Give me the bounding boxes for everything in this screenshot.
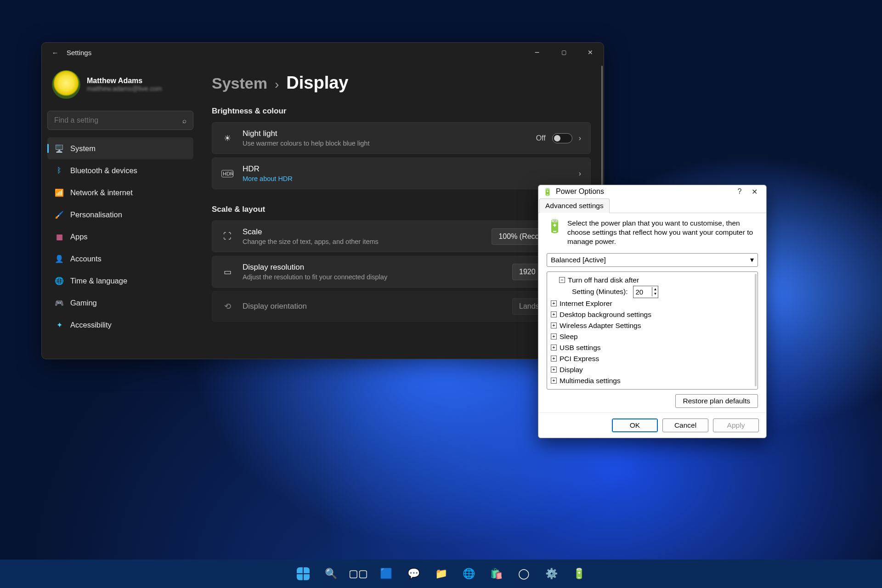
chevron-right-icon: ›: [579, 170, 581, 178]
tree-item[interactable]: +Wireless Adapter Settings: [551, 320, 754, 331]
nav-bluetooth[interactable]: ᛒ Bluetooth & devices: [47, 159, 193, 181]
power-plan-value: Balanced [Active]: [551, 256, 606, 264]
tree-item[interactable]: +USB settings: [551, 342, 754, 353]
tree-scrollbar[interactable]: [755, 274, 757, 386]
taskbar: 🔍 ▢▢ 🟦 💬 📁 🌐 🛍️ ◯ ⚙️ 🔋: [0, 560, 882, 588]
sun-icon: ☀︎: [221, 133, 233, 143]
tree-setting-label: Setting (Minutes):: [572, 286, 628, 297]
tree-label: Multimedia settings: [560, 375, 621, 386]
ok-button[interactable]: OK: [612, 418, 658, 432]
taskbar-chat[interactable]: 💬: [402, 563, 424, 585]
expand-icon[interactable]: +: [551, 356, 557, 362]
tree-item[interactable]: +Sleep: [551, 331, 754, 342]
dialog-intro-text: Select the power plan that you want to c…: [567, 219, 758, 246]
taskbar-cortana[interactable]: ◯: [513, 563, 535, 585]
section-brightness-colour: Brightness & colour: [212, 107, 591, 116]
spinner-value[interactable]: 20: [633, 286, 652, 298]
taskbar-power-app[interactable]: 🔋: [568, 563, 590, 585]
restore-defaults-button[interactable]: Restore plan defaults: [675, 394, 758, 408]
settings-sidebar: Matthew Adams matthew.adams@live.com ⌕ 🖥…: [42, 62, 199, 359]
search-input[interactable]: [54, 116, 182, 124]
tree-item[interactable]: +PCI Express: [551, 353, 754, 364]
nav-label: Accounts: [70, 254, 102, 263]
tree-label: Display: [560, 364, 583, 375]
minimize-button[interactable]: [524, 43, 550, 62]
breadcrumb-parent[interactable]: System: [212, 74, 267, 92]
expand-icon[interactable]: +: [551, 367, 557, 373]
section-scale-layout: Scale & layout: [212, 205, 591, 214]
tree-label: Turn off hard disk after: [568, 275, 639, 286]
maximize-button[interactable]: [550, 43, 577, 62]
taskbar-settings[interactable]: ⚙️: [540, 563, 562, 585]
help-button[interactable]: ?: [732, 187, 747, 196]
power-settings-tree[interactable]: − Turn off hard disk after Setting (Minu…: [547, 271, 758, 390]
taskbar-start[interactable]: [292, 563, 314, 585]
card-subtitle: Use warmer colours to help block blue li…: [243, 140, 527, 147]
back-button[interactable]: ←: [48, 49, 62, 57]
nav-label: Gaming: [70, 299, 97, 307]
nav-gaming[interactable]: 🎮 Gaming: [47, 292, 193, 314]
cancel-button[interactable]: Cancel: [662, 418, 708, 432]
nav-time-language[interactable]: 🌐 Time & language: [47, 270, 193, 292]
taskbar-search[interactable]: 🔍: [320, 563, 342, 585]
tree-label: Internet Explorer: [560, 298, 612, 309]
spinner-down-icon[interactable]: ▼: [652, 292, 658, 296]
dialog-titlebar: 🔋 Power Options ? ✕: [538, 185, 766, 198]
tree-item[interactable]: +Multimedia settings: [551, 375, 754, 386]
nav-accounts[interactable]: 👤 Accounts: [47, 248, 193, 270]
nav-accessibility[interactable]: ✦ Accessibility: [47, 314, 193, 336]
taskbar-widgets[interactable]: 🟦: [375, 563, 397, 585]
tree-item[interactable]: +Desktop background settings: [551, 309, 754, 320]
night-light-toggle[interactable]: [552, 133, 572, 143]
brush-icon: 🖌️: [55, 210, 64, 219]
dialog-title: Power Options: [556, 187, 732, 196]
card-scale[interactable]: ⛶ Scale Change the size of text, apps, a…: [212, 220, 591, 252]
search-box[interactable]: ⌕: [47, 111, 193, 130]
nav-apps[interactable]: ▦ Apps: [47, 226, 193, 248]
content-scrollbar[interactable]: [601, 66, 603, 185]
display-icon: 🖥️: [55, 144, 64, 153]
expand-icon[interactable]: +: [551, 322, 557, 328]
profile-block[interactable]: Matthew Adams matthew.adams@live.com: [52, 70, 192, 99]
card-title: HDR: [243, 164, 570, 174]
power-plan-dropdown[interactable]: Balanced [Active] ▾: [547, 253, 758, 267]
card-night-light[interactable]: ☀︎ Night light Use warmer colours to hel…: [212, 122, 591, 154]
taskbar-edge[interactable]: 🌐: [458, 563, 480, 585]
nav-system[interactable]: 🖥️ System: [47, 137, 193, 159]
taskbar-task-view[interactable]: ▢▢: [347, 563, 369, 585]
hdr-icon: HDR: [221, 170, 233, 177]
expand-icon[interactable]: +: [551, 300, 557, 306]
tree-label: PCI Express: [560, 353, 599, 364]
avatar: [52, 70, 80, 99]
tab-advanced-settings[interactable]: Advanced settings: [539, 198, 610, 213]
dialog-close-button[interactable]: ✕: [747, 187, 762, 196]
card-hdr[interactable]: HDR HDR More about HDR ›: [212, 158, 591, 189]
tree-item[interactable]: +Internet Explorer: [551, 298, 754, 309]
collapse-icon[interactable]: −: [559, 277, 565, 283]
person-icon: 👤: [55, 254, 64, 263]
profile-email: matthew.adams@live.com: [87, 85, 162, 92]
minutes-spinner[interactable]: 20 ▲▼: [633, 286, 658, 298]
expand-icon[interactable]: +: [551, 311, 557, 317]
power-options-dialog: 🔋 Power Options ? ✕ Advanced settings 🔋 …: [538, 185, 767, 438]
nav-label: Bluetooth & devices: [70, 166, 137, 175]
card-title: Scale: [243, 227, 482, 237]
expand-icon[interactable]: +: [551, 334, 557, 339]
apps-icon: ▦: [55, 232, 64, 241]
card-resolution[interactable]: ▭ Display resolution Adjust the resoluti…: [212, 256, 591, 288]
expand-icon[interactable]: +: [551, 378, 557, 384]
profile-name: Matthew Adams: [87, 77, 162, 85]
tree-item-hard-disk-setting[interactable]: Setting (Minutes): 20 ▲▼: [551, 286, 754, 298]
nav-personalisation[interactable]: 🖌️ Personalisation: [47, 204, 193, 226]
hdr-more-link[interactable]: More about HDR: [243, 175, 570, 182]
tree-item[interactable]: +Display: [551, 364, 754, 375]
nav-network[interactable]: 📶 Network & internet: [47, 181, 193, 204]
expand-icon[interactable]: +: [551, 345, 557, 351]
close-button[interactable]: [577, 43, 604, 62]
taskbar-file-explorer[interactable]: 📁: [430, 563, 452, 585]
nav-label: System: [70, 144, 96, 153]
taskbar-store[interactable]: 🛍️: [485, 563, 507, 585]
breadcrumb-current: Display: [286, 73, 348, 93]
tree-item-hard-disk[interactable]: − Turn off hard disk after: [551, 275, 754, 286]
spinner-up-icon[interactable]: ▲: [652, 287, 658, 292]
